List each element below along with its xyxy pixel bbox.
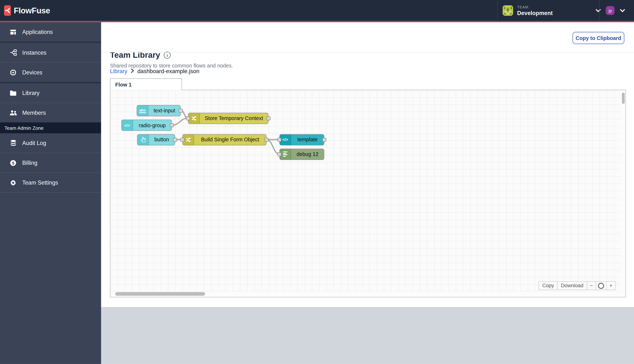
sidebar-item-label: Team Settings [22,180,58,186]
sidebar-separator [0,192,101,193]
port-out-store[interactable] [266,116,270,120]
zoom-reset-icon [598,282,604,289]
flow-canvas[interactable]: abctext-input</>radio-groupStore Tempora… [110,90,626,297]
node-label: text-input [148,105,180,116]
flow-node-debug[interactable]: debug 12 [279,148,324,160]
user-avatar: jp [606,6,614,15]
folder-icon [9,90,17,96]
main-content: Team Library i Shared repository to stor… [101,22,634,364]
breadcrumb: Library dashboard-example.json [110,68,199,74]
flowfuse-logo-icon [4,5,11,16]
flow-node-template[interactable]: </>template [279,134,324,145]
canvas-actions: Copy Download [539,281,587,290]
page-footer-background [101,307,634,364]
list-icon [280,149,291,159]
user-chevron-down-icon [620,7,625,14]
zoom-reset-button[interactable] [596,282,606,290]
sidebar-item-library[interactable]: Library [0,83,101,103]
port-in-store[interactable] [186,116,190,120]
code-icon: </> [122,120,133,130]
dollar-circle-icon: $ [9,160,17,166]
breadcrumb-library-link[interactable]: Library [110,68,127,74]
port-out-button[interactable] [173,138,177,142]
sidebar-item-billing[interactable]: $ Billing [0,153,101,172]
node-label: Build Single Form Object [194,134,266,145]
node-label: Store Temporary Context [200,113,268,123]
horizontal-scrollbar-thumb[interactable] [115,292,205,296]
shuffle-icon [183,134,194,145]
flow-nodes-layer: abctext-input</>radio-groupStore Tempora… [110,90,625,297]
port-out-template[interactable] [322,138,326,142]
node-label: radio-group [133,120,171,130]
node-label: button [149,134,175,145]
breadcrumb-chevron-icon [130,68,134,74]
database-icon [9,140,17,146]
port-out-radio-group[interactable] [170,123,174,127]
sidebar-item-members[interactable]: Members [0,103,101,122]
flow-node-radio-group[interactable]: </>radio-group [121,120,172,131]
team-admin-zone-header: Team Admin Zone [0,122,101,134]
code-icon: </> [280,134,291,145]
download-flow-button[interactable]: Download [557,282,587,290]
flow-node-text-input[interactable]: abctext-input [137,105,181,116]
devices-icon [9,69,17,76]
copy-to-clipboard-button[interactable]: Copy to Clipboard [572,32,624,44]
svg-text:$: $ [12,161,14,165]
port-out-build[interactable] [264,138,268,142]
sidebar-item-team-settings[interactable]: Team Settings [0,173,101,192]
sidebar-item-audit-log[interactable]: Audit Log [0,133,101,153]
sidebar-item-label: Instances [22,49,47,56]
sidebar-item-label: Audit Log [22,140,46,146]
flow-node-build[interactable]: Build Single Form Object [182,134,266,145]
topbar-divider [599,0,599,21]
flow-node-store[interactable]: Store Temporary Context [188,112,268,124]
breadcrumb-current-file: dashboard-example.json [137,68,199,74]
zoom-in-button[interactable]: + [606,282,615,290]
zoom-out-button[interactable]: − [587,282,596,290]
copy-flow-button[interactable]: Copy [539,282,557,290]
sidebar-item-label: Library [22,90,40,96]
sidebar-item-devices[interactable]: Devices [0,63,101,82]
sidebar-item-instances[interactable]: Instances [0,43,101,62]
gear-icon [9,179,17,186]
port-in-template[interactable] [277,138,281,142]
sidebar-item-label: Devices [22,69,42,76]
node-label: debug 12 [291,149,324,159]
team-chevron-down-icon [595,7,601,14]
vertical-scrollbar-thumb[interactable] [622,92,625,104]
port-in-debug[interactable] [277,152,281,156]
app-window: FlowFuse TEAM: Develo [0,0,634,364]
zoom-controls: − + [587,281,616,290]
node-label: template [291,134,324,145]
topbar-divider [497,0,498,21]
sidebar-item-applications[interactable]: Applications [0,22,101,42]
brand-name: FlowFuse [14,6,50,15]
page-title: Team Library [110,50,160,60]
team-avatar [503,5,513,16]
flowfuse-logo[interactable]: FlowFuse [4,5,50,16]
sidebar-navigation: Applications Instances Devices [0,22,101,364]
instances-icon [9,49,17,56]
team-selector[interactable]: TEAM: Development [503,0,601,21]
port-out-text-input[interactable] [179,108,183,112]
top-navigation-bar: FlowFuse TEAM: Develo [0,0,634,21]
shuffle-icon [188,113,200,123]
users-icon [9,110,17,116]
team-name: Development [517,10,553,16]
user-menu[interactable]: jp [606,0,625,21]
accent-line [0,21,634,22]
info-icon[interactable]: i [164,52,171,58]
tab-flow-1[interactable]: Flow 1 [110,78,182,90]
flow-node-button[interactable]: button [137,134,175,145]
sidebar-item-label: Members [22,110,46,116]
applications-icon [9,28,17,35]
sidebar-item-label: Billing [22,160,37,166]
header-divider [101,52,634,52]
abc-icon: abc [137,105,148,116]
port-in-build[interactable] [180,138,184,142]
pointer-icon [137,134,149,145]
sidebar-item-label: Applications [22,28,53,35]
team-label: TEAM: [517,5,553,10]
